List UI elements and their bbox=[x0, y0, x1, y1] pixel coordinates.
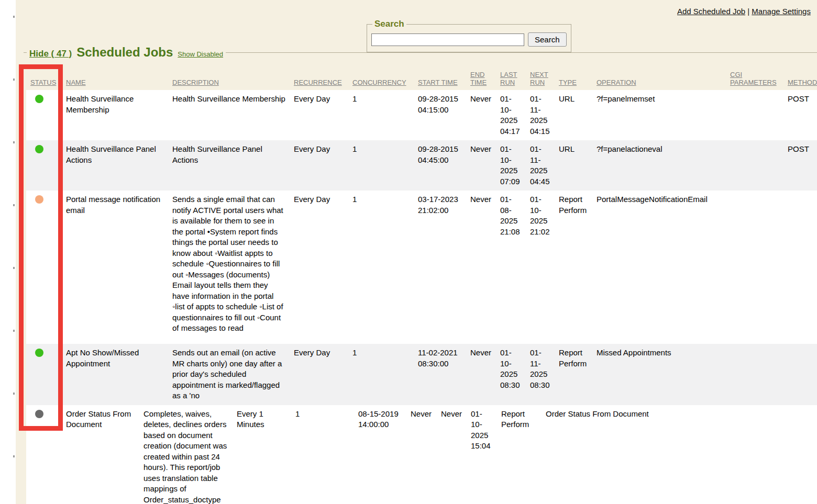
cell-next-run: 01-11-2025 04:15 bbox=[526, 90, 555, 140]
cell-operation: PortalMessageNotificationEmail bbox=[592, 191, 726, 344]
cell-cgi-parameters bbox=[726, 191, 783, 344]
cell-end-time: Never bbox=[466, 90, 496, 140]
add-scheduled-job-link[interactable]: Add Scheduled Job bbox=[677, 7, 745, 16]
cell-start-time: 03-17-2023 21:02:00 bbox=[414, 191, 466, 344]
jobs-table-main: STATUS NAME DESCRIPTION RECURRENCE CONCU… bbox=[26, 67, 817, 405]
cell-description: Health Surveillance Membership bbox=[168, 90, 290, 140]
status-indicator bbox=[35, 195, 43, 204]
job-row[interactable]: Health Surveillance Membership Health Su… bbox=[26, 90, 817, 140]
cell-name: Portal message notification email bbox=[62, 191, 168, 344]
cell-recurrence: Every Day bbox=[290, 344, 348, 405]
scheduled-jobs-legend: Hide ( 47 ) Scheduled Jobs Show Disabled bbox=[27, 45, 226, 60]
status-indicator bbox=[35, 410, 43, 418]
col-header-operation[interactable]: OPERATION bbox=[592, 67, 726, 90]
cell-recurrence: Every 1 Minutes bbox=[233, 405, 291, 504]
cell-recurrence: Every Day bbox=[290, 140, 348, 191]
col-header-status[interactable]: STATUS bbox=[26, 67, 62, 90]
hide-count-link[interactable]: Hide ( 47 ) bbox=[29, 49, 72, 59]
cell-type: URL bbox=[555, 90, 592, 140]
cell-next-run: 01-11-2025 04:45 bbox=[526, 140, 555, 191]
cell-name: Health Surveillance Panel Actions bbox=[62, 140, 168, 191]
cell-type: Report Perform bbox=[555, 191, 592, 344]
cell-status bbox=[26, 344, 62, 405]
cell-operation: ?f=panelmemset bbox=[592, 90, 726, 140]
cell-name: Health Surveillance Membership bbox=[62, 90, 168, 140]
search-button[interactable]: Search bbox=[528, 32, 567, 47]
cell-last-run: 01-08-2025 21:08 bbox=[496, 191, 526, 344]
col-header-name[interactable]: NAME bbox=[62, 67, 168, 90]
manage-settings-link[interactable]: Manage Settings bbox=[752, 7, 811, 16]
jobs-table-continued: Order Status From Document Completes, wa… bbox=[26, 405, 817, 504]
left-margin-ruler bbox=[0, 0, 16, 504]
cell-type: Report Perform bbox=[497, 405, 542, 504]
status-indicator bbox=[35, 145, 43, 153]
cell-operation: ?f=panelactioneval bbox=[592, 140, 726, 191]
job-row[interactable]: Order Status From Document Completes, wa… bbox=[26, 405, 817, 504]
cell-description: Completes, waives, deletes, declines ord… bbox=[139, 405, 233, 504]
job-row[interactable]: Portal message notification email Sends … bbox=[26, 191, 817, 344]
cell-recurrence: Every Day bbox=[290, 191, 348, 344]
search-panel-legend: Search bbox=[372, 19, 406, 29]
cell-concurrency: 1 bbox=[348, 191, 414, 344]
cell-description: Sends out an email (on active MR charts … bbox=[168, 344, 290, 405]
cell-status bbox=[26, 90, 62, 140]
cell-end-time: Never bbox=[466, 344, 496, 405]
cell-status bbox=[26, 140, 62, 191]
scheduled-jobs-table: STATUS NAME DESCRIPTION RECURRENCE CONCU… bbox=[26, 67, 817, 504]
cell-concurrency: 1 bbox=[348, 344, 414, 405]
col-header-end-time[interactable]: END TIME bbox=[466, 67, 496, 90]
cell-name: Order Status From Document bbox=[62, 405, 139, 504]
page-background: Add Scheduled Job | Manage Settings Sear… bbox=[16, 0, 817, 504]
col-header-concurrency[interactable]: CONCURRENCY bbox=[348, 67, 414, 90]
cell-next-run: 01-10-2025 15:04 bbox=[467, 405, 497, 504]
page-title: Scheduled Jobs bbox=[76, 45, 173, 60]
col-header-method[interactable]: METHOD bbox=[783, 67, 817, 90]
cell-last-run: 01-10-2025 08:30 bbox=[496, 344, 526, 405]
cell-method: POST bbox=[783, 140, 817, 191]
col-header-start-time[interactable]: START TIME bbox=[414, 67, 466, 90]
cell-concurrency: 1 bbox=[291, 405, 354, 504]
cell-type: URL bbox=[555, 140, 592, 191]
col-header-next-run[interactable]: NEXT RUN bbox=[526, 67, 555, 90]
cell-start-time: 09-28-2015 04:15:00 bbox=[414, 90, 466, 140]
cell-method: POST bbox=[783, 90, 817, 140]
cell-recurrence: Every Day bbox=[290, 90, 348, 140]
col-header-type[interactable]: TYPE bbox=[555, 67, 592, 90]
cell-operation: Missed Appointments bbox=[592, 344, 726, 405]
status-indicator bbox=[35, 349, 43, 357]
col-header-description[interactable]: DESCRIPTION bbox=[168, 67, 290, 90]
col-header-last-run[interactable]: LAST RUN bbox=[496, 67, 526, 90]
cell-description: Health Surveillance Panel Actions bbox=[168, 140, 290, 191]
search-input[interactable] bbox=[371, 33, 524, 46]
col-header-recurrence[interactable]: RECURRENCE bbox=[290, 67, 348, 90]
cell-name: Apt No Show/Missed Appointment bbox=[62, 344, 168, 405]
link-separator: | bbox=[747, 7, 749, 16]
cell-last-run: Never bbox=[437, 405, 467, 504]
cell-last-run: 01-10-2025 07:09 bbox=[496, 140, 526, 191]
job-row[interactable]: Apt No Show/Missed Appointment Sends out… bbox=[26, 344, 817, 405]
job-row[interactable]: Health Surveillance Panel Actions Health… bbox=[26, 140, 817, 191]
cell-method bbox=[783, 191, 817, 344]
cell-concurrency: 1 bbox=[348, 140, 414, 191]
cell-end-time: Never bbox=[466, 140, 496, 191]
cell-last-run: 01-10-2025 04:17 bbox=[496, 90, 526, 140]
cell-method bbox=[783, 344, 817, 405]
table-header-row: STATUS NAME DESCRIPTION RECURRENCE CONCU… bbox=[26, 67, 817, 90]
top-action-links: Add Scheduled Job | Manage Settings bbox=[677, 7, 811, 16]
cell-next-run: 01-10-2025 21:02 bbox=[526, 191, 555, 344]
cell-concurrency: 1 bbox=[348, 90, 414, 140]
cell-cgi-parameters bbox=[726, 344, 783, 405]
cell-operation: Order Status From Document bbox=[542, 405, 817, 504]
cell-type: Report Perform bbox=[555, 344, 592, 405]
cell-cgi-parameters bbox=[726, 140, 783, 191]
cell-end-time: Never bbox=[466, 191, 496, 344]
show-disabled-link[interactable]: Show Disabled bbox=[178, 50, 223, 58]
col-header-cgi-parameters[interactable]: CGI PARAMETERS bbox=[726, 67, 783, 90]
cell-status bbox=[26, 405, 62, 504]
cell-start-time: 11-02-2021 08:30:00 bbox=[414, 344, 466, 405]
cell-start-time: 09-28-2015 04:45:00 bbox=[414, 140, 466, 191]
cell-status bbox=[26, 191, 62, 344]
cell-cgi-parameters bbox=[726, 90, 783, 140]
cell-description: Sends a single email that can notify ACT… bbox=[168, 191, 290, 344]
status-indicator bbox=[35, 95, 43, 103]
